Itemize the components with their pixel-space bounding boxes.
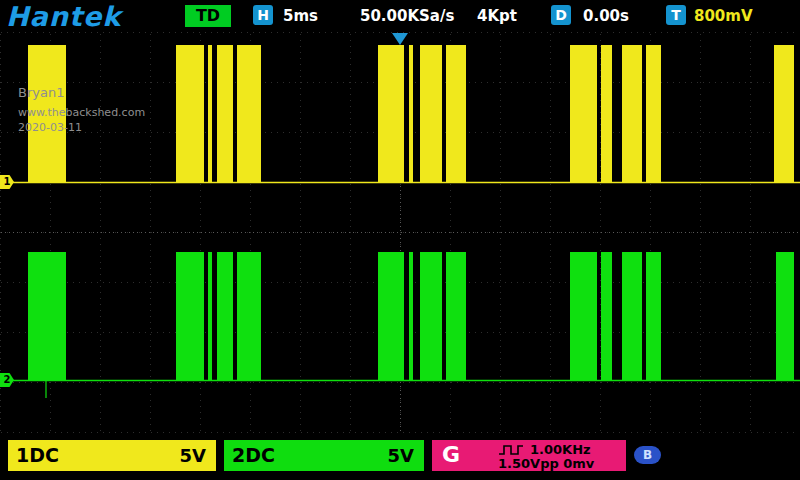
waveform-display <box>0 0 800 480</box>
ch2-volts-per-div: 5V <box>388 445 414 466</box>
ch2-coupling-label: 2DC <box>232 444 275 466</box>
trigger-level-readout: 800mV <box>694 7 753 25</box>
ch1-info-box[interactable]: 1DC 5V <box>8 440 216 471</box>
ch1-volts-per-div: 5V <box>180 445 206 466</box>
trigger-position-marker[interactable] <box>392 33 408 45</box>
annotation-website: www.thebackshed.com <box>18 107 145 119</box>
generator-frequency: 1.00KHz <box>530 442 591 457</box>
horizontal-offset-readout: 0.00s <box>583 7 629 25</box>
annotation-username: Bryan1 <box>18 86 64 100</box>
usb-device-icon: B <box>634 446 661 464</box>
signal-generator-box[interactable]: G 1.00KHz 1.50Vpp 0mv <box>432 440 626 471</box>
square-wave-icon <box>498 444 524 456</box>
trigger-status-badge: TD <box>185 5 231 27</box>
sample-rate-readout: 50.00KSa/s <box>360 7 454 25</box>
trigger-badge-icon: T <box>666 5 686 25</box>
oscilloscope-screen: Hantek TD H 5ms 50.00KSa/s 4Kpt D 0.00s … <box>0 0 800 480</box>
annotation-date: 2020-03-11 <box>18 122 82 134</box>
ch1-coupling-label: 1DC <box>16 444 59 466</box>
generator-amplitude: 1.50Vpp 0mv <box>498 456 594 471</box>
brand-logo: Hantek <box>6 1 121 32</box>
delay-badge-icon: D <box>551 5 571 25</box>
generator-label: G <box>442 442 460 467</box>
timebase-readout: 5ms <box>283 7 318 25</box>
horizontal-badge-icon: H <box>253 5 273 25</box>
ch2-info-box[interactable]: 2DC 5V <box>224 440 424 471</box>
memory-depth-readout: 4Kpt <box>477 7 517 25</box>
